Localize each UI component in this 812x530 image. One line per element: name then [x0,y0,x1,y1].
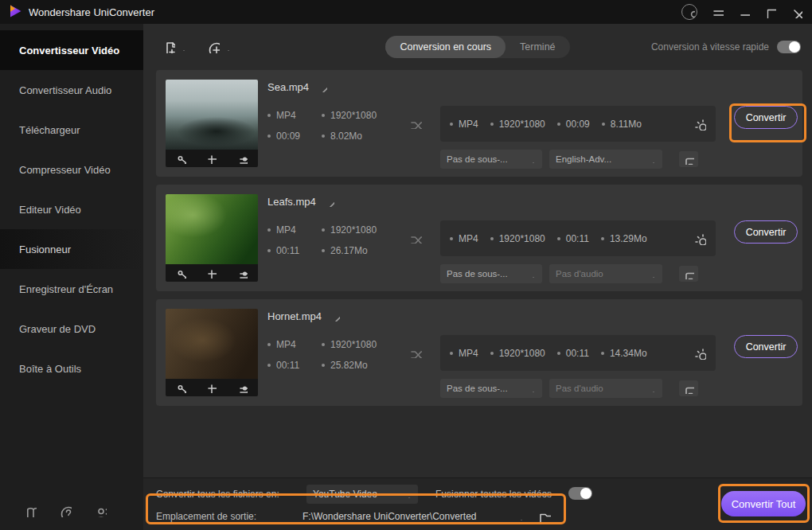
crop-icon[interactable] [206,154,217,164]
file-list: Sea.mp4 MP4 1920*1080 00:09 8.02Mo MP4 1… [143,70,812,414]
chevron-down-icon [649,156,656,163]
target-info: MP4 1920*1080 00:11 14.34Mo [440,335,716,371]
subtitle-icon [684,154,694,165]
thumbnail-image [166,194,258,264]
source-resolution: 1920*1080 [322,339,377,350]
source-duration: 00:11 [267,360,322,371]
sidebar-item-graveur-dvd[interactable]: Graveur de DVD [0,309,143,349]
crop-icon[interactable] [206,383,217,393]
sidebar-item-label: Graveur de DVD [19,323,96,335]
audio-dropdown-value: Pas d'audio [556,269,603,279]
community-icon[interactable] [94,505,107,517]
subtitle-dropdown-value: Pas de sous-... [447,154,508,164]
add-files-button[interactable] [162,41,186,53]
app-logo-icon [8,4,22,21]
sidebar-item-label: Enregistreur d'Écran [19,283,113,295]
target-duration: 00:11 [557,348,589,359]
convert-arrows-icon [409,231,422,244]
output-path-dropdown[interactable]: F:\Wondershare UniConverter\Converted [303,507,524,526]
subtitle-edit-button[interactable] [679,380,698,396]
chevron-down-icon [179,44,186,51]
chevron-down-icon [404,491,412,498]
audio-dropdown[interactable]: Pas d'audio [549,264,662,283]
output-format-dropdown[interactable]: YouTube Video [306,485,418,504]
add-from-device-button[interactable] [207,41,231,53]
source-info: MP4 1920*1080 00:09 8.02Mo [267,110,377,142]
account-avatar[interactable] [681,4,697,20]
chevron-down-icon [224,44,231,51]
target-resolution: 1920*1080 [490,233,545,244]
subtitle-edit-button[interactable] [679,151,698,167]
thumbnail-toolbar [166,150,258,167]
titlebar: Wondershare UniConverter [0,0,812,24]
subtitle-dropdown[interactable]: Pas de sous-... [440,150,542,169]
toggle-knob [789,41,800,53]
sidebar: Convertisseur Vidéo Convertisseur Audio … [0,24,143,530]
thumbnail-image [166,309,258,379]
effects-icon[interactable] [237,154,248,164]
target-format: MP4 [450,348,478,359]
output-format-value: YouTube Video [313,489,377,500]
trim-icon[interactable] [176,154,186,164]
sidebar-item-convertisseur-video[interactable]: Convertisseur Vidéo [0,30,143,70]
audio-dropdown[interactable]: Pas d'audio [549,379,662,398]
menu-icon[interactable] [711,6,724,18]
rename-icon[interactable] [324,197,334,207]
subtitle-dropdown-value: Pas de sous-... [447,269,508,279]
crop-icon[interactable] [206,268,217,279]
source-format: MP4 [267,224,322,236]
sidebar-item-compresseur-video[interactable]: Compresseur Vidéo [0,150,143,189]
thumbnail-image [166,80,258,150]
settings-gear-icon[interactable] [693,118,706,131]
sidebar-item-telechargeur[interactable]: Téléchargeur [0,110,143,150]
settings-gear-icon[interactable] [693,232,706,245]
target-size: 13.29Mo [601,233,647,244]
convert-all-button[interactable]: Convertir Tout [721,491,806,516]
file-row: Leafs.mp4 MP4 1920*1080 00:11 26.17Mo MP… [156,185,802,291]
effects-icon[interactable] [237,268,248,279]
file-row: Sea.mp4 MP4 1920*1080 00:09 8.02Mo MP4 1… [156,70,802,177]
source-info: MP4 1920*1080 00:11 26.17Mo [267,224,377,256]
high-speed-toggle[interactable] [777,41,801,53]
minimize-icon[interactable] [737,6,750,18]
target-info: MP4 1920*1080 00:09 8.11Mo [440,106,716,142]
sidebar-item-enregistreur-ecran[interactable]: Enregistreur d'Écran [0,269,143,309]
trim-icon[interactable] [176,268,186,279]
audio-dropdown[interactable]: English-Adv... [549,150,662,169]
sidebar-item-fusionneur[interactable]: Fusionneur [0,229,143,269]
effects-icon[interactable] [237,383,248,393]
sidebar-item-label: Convertisseur Vidéo [19,45,119,57]
guide-book-icon[interactable] [24,505,37,517]
rename-icon[interactable] [317,82,327,92]
target-size: 8.11Mo [602,119,642,130]
subtitle-dropdown[interactable]: Pas de sous-... [440,264,542,283]
source-size: 26.17Mo [322,245,377,256]
open-folder-icon[interactable] [538,509,551,522]
subtitle-dropdown[interactable]: Pas de sous-... [440,379,542,398]
maximize-icon[interactable] [763,6,776,18]
settings-gear-icon[interactable] [693,347,706,360]
convert-button[interactable]: Convertir [734,106,798,129]
target-format: MP4 [450,119,478,130]
target-duration: 00:11 [557,233,589,244]
merge-videos-toggle[interactable] [568,487,592,500]
sidebar-item-editeur-video[interactable]: Editeur Vidéo [0,189,143,229]
subtitle-edit-button[interactable] [679,266,698,282]
file-name: Leafs.mp4 [267,196,316,208]
trim-icon[interactable] [176,383,186,393]
tab-conversion-en-cours[interactable]: Conversion en cours [385,36,506,58]
convert-button[interactable]: Convertir [734,220,798,244]
sidebar-item-boite-a-outils[interactable]: Boîte à Outils [0,349,143,388]
close-icon[interactable] [790,6,802,18]
convert-button[interactable]: Convertir [734,335,798,358]
convert-all-to-label: Convertir tous les fichiers en: [156,489,279,500]
rename-icon[interactable] [330,311,340,322]
chevron-down-icon [517,513,524,520]
circle-plus-icon [207,41,220,53]
help-icon[interactable] [59,505,72,517]
sidebar-item-convertisseur-audio[interactable]: Convertisseur Audio [0,70,143,110]
chevron-down-icon [529,156,536,163]
thumbnail-toolbar [166,264,258,282]
source-size: 25.82Mo [322,360,377,371]
tab-termine[interactable]: Terminé [506,36,569,58]
